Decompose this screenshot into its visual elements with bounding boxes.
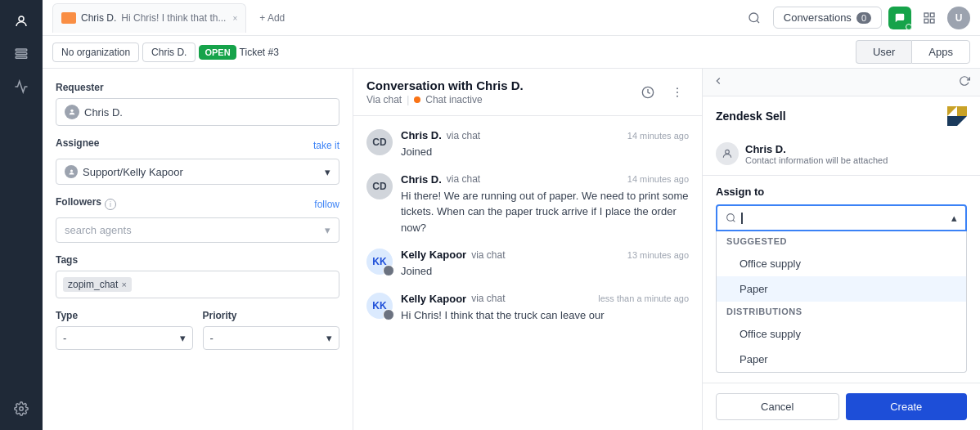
search-agents-placeholder: search agents <box>65 224 132 236</box>
assignee-row: Assignee take it <box>56 137 339 154</box>
more-options-icon[interactable] <box>666 81 689 104</box>
left-panel: Requester Chris D. Assignee take it <box>43 69 353 430</box>
followers-search-field[interactable]: search agents <box>56 217 339 243</box>
assign-section: Assign to Suggested Office supply Paper … <box>703 176 980 383</box>
columns: Requester Chris D. Assignee take it <box>43 69 980 430</box>
svg-point-15 <box>677 95 678 96</box>
message-via: via chat <box>471 249 505 261</box>
user-tab-button[interactable]: User <box>856 40 911 64</box>
active-tab[interactable]: Chris D. Hi Chris! I think that th... × <box>52 3 246 33</box>
nav-list-icon[interactable] <box>7 39 36 69</box>
chat-title-group: Conversation with Chris D. Via chat | Ch… <box>366 78 524 105</box>
contact-sub: Contact information will be attached <box>745 155 888 165</box>
tag-chip: zopim_chat × <box>63 277 132 292</box>
table-row: KK Kelly Kapoor via chat less than a min… <box>366 293 689 324</box>
message-text: Hi there! We are running out of paper. W… <box>401 188 689 236</box>
assignee-select-left: Support/Kelly Kapoor <box>65 165 183 178</box>
assign-search-icon <box>726 213 736 223</box>
message-header: Kelly Kapoor via chat less than a minute… <box>401 293 689 305</box>
svg-rect-17 <box>947 116 957 126</box>
contact-icon <box>716 142 739 165</box>
type-value: - <box>63 332 66 344</box>
breadcrumb-ticket: Ticket #3 <box>240 47 279 58</box>
global-search-button[interactable] <box>742 6 766 30</box>
message-content: Kelly Kapoor via chat less than a minute… <box>401 293 689 324</box>
message-content: Chris D. via chat 14 minutes ago Joined <box>401 129 689 160</box>
tag-remove-button[interactable]: × <box>121 280 126 289</box>
nav-home-icon[interactable] <box>7 7 36 36</box>
zendesk-sell-title: Zendesk Sell <box>716 110 786 123</box>
chat-header-icons <box>636 81 689 104</box>
contact-info: Chris D. Contact information will be att… <box>745 143 888 165</box>
suggested-section-header: Suggested <box>717 231 966 251</box>
breadcrumb-person[interactable]: Chris D. <box>142 43 196 62</box>
nav-settings-icon[interactable] <box>7 394 36 423</box>
list-item[interactable]: Office supply <box>717 251 966 276</box>
user-avatar[interactable]: U <box>947 7 970 29</box>
svg-rect-1 <box>16 49 27 51</box>
refresh-button[interactable] <box>959 75 970 89</box>
message-sender: Chris D. <box>401 173 442 186</box>
followers-info-icon[interactable]: i <box>105 199 116 210</box>
create-button[interactable]: Create <box>846 393 968 420</box>
breadcrumb-no-org[interactable]: No organization <box>52 43 139 62</box>
assign-dropdown-list: Suggested Office supply Paper Distributi… <box>716 231 967 373</box>
apps-tab-button[interactable]: Apps <box>911 40 970 64</box>
message-text: Joined <box>401 263 689 280</box>
message-time: less than a minute ago <box>598 293 689 303</box>
chat-status-label: Chat inactive <box>425 94 482 105</box>
grid-view-button[interactable] <box>918 7 941 29</box>
svg-rect-9 <box>930 19 934 23</box>
list-item[interactable]: Office supply <box>717 321 966 347</box>
svg-point-0 <box>19 16 24 21</box>
assignee-chevron-down-icon <box>325 166 330 178</box>
tags-container: zopim_chat × <box>56 271 339 298</box>
chat-sub-separator: | <box>407 94 409 105</box>
zendesk-sell-header: Zendesk Sell <box>703 96 980 136</box>
chat-messages: CD Chris D. via chat 14 minutes ago Join… <box>353 116 702 430</box>
avatar: KK <box>366 249 393 275</box>
assignee-label: Assignee <box>56 137 99 149</box>
conversations-button[interactable]: Conversations 0 <box>773 7 882 29</box>
left-sidebar <box>0 0 43 430</box>
assign-search-field[interactable] <box>716 204 967 231</box>
priority-select[interactable]: - <box>203 326 340 350</box>
type-priority-row: Type - Priority - <box>56 310 339 350</box>
svg-point-21 <box>727 214 735 222</box>
message-sender: Chris D. <box>401 129 442 141</box>
tab-close-button[interactable]: × <box>232 14 237 23</box>
nav-chart-icon[interactable] <box>7 72 36 101</box>
type-label: Type <box>56 310 193 321</box>
message-content: Chris D. via chat 14 minutes ago Hi ther… <box>401 173 689 236</box>
assign-to-label: Assign to <box>716 186 967 198</box>
cancel-button[interactable]: Cancel <box>716 393 839 420</box>
chat-subtitle: Via chat | Chat inactive <box>366 94 524 105</box>
take-it-link[interactable]: take it <box>313 140 339 151</box>
message-text: Hi Chris! I think that the truck can lea… <box>401 307 689 324</box>
chat-title: Conversation with Chris D. <box>366 78 524 92</box>
followers-row: Followers i follow <box>56 196 339 213</box>
assignee-value: Support/Kelly Kapoor <box>83 166 183 178</box>
follow-link[interactable]: follow <box>314 199 339 210</box>
history-icon[interactable] <box>636 81 659 104</box>
collapse-button[interactable] <box>713 75 724 89</box>
svg-point-20 <box>726 150 730 154</box>
requester-label: Requester <box>56 82 339 93</box>
add-tab-button[interactable]: + Add <box>253 9 291 27</box>
message-time: 14 minutes ago <box>627 131 689 141</box>
svg-rect-2 <box>16 53 27 55</box>
type-select[interactable]: - <box>56 326 193 350</box>
message-via: via chat <box>447 173 480 185</box>
avatar: KK <box>366 293 393 319</box>
list-item[interactable]: Paper <box>717 347 966 372</box>
main-content: Chris D. Hi Chris! I think that th... × … <box>43 0 980 430</box>
requester-avatar <box>65 105 79 119</box>
chat-panel: Conversation with Chris D. Via chat | Ch… <box>353 69 702 430</box>
chat-status-icon[interactable] <box>888 7 911 29</box>
list-item[interactable]: Paper <box>717 276 966 302</box>
table-row: CD Chris D. via chat 14 minutes ago Hi t… <box>366 173 689 236</box>
zendesk-sell-logo-icon <box>947 106 967 126</box>
assignee-icon <box>65 165 78 178</box>
assignee-select[interactable]: Support/Kelly Kapoor <box>56 159 339 185</box>
top-toolbar: Conversations 0 U <box>742 6 970 30</box>
